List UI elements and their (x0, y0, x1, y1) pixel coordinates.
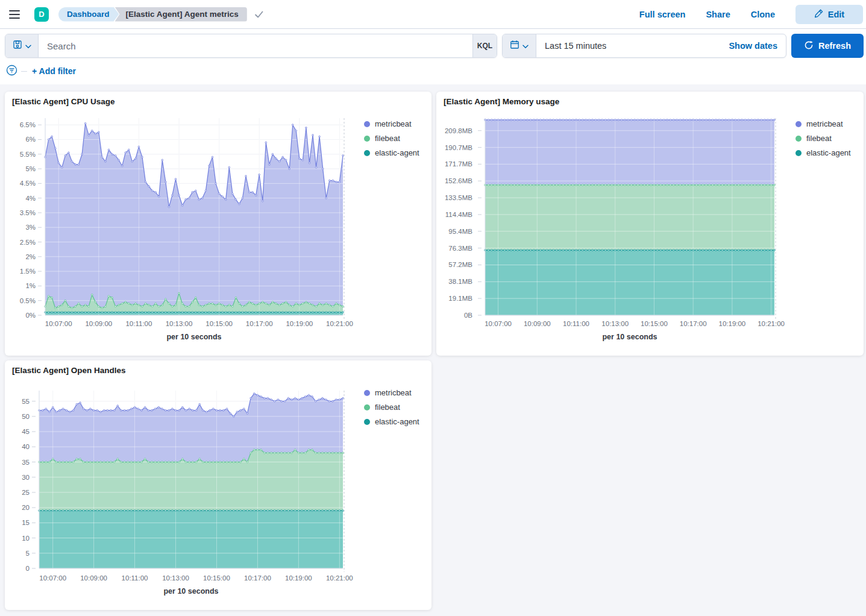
svg-text:6%: 6% (25, 136, 36, 143)
svg-text:10:15:00: 10:15:00 (206, 320, 233, 327)
svg-text:10:11:00: 10:11:00 (563, 320, 589, 327)
panel-memory-usage: [Elastic Agent] Memory usage metricbeatf… (436, 92, 864, 356)
share-link[interactable]: Share (706, 10, 730, 19)
svg-text:19.1MB: 19.1MB (448, 295, 472, 302)
svg-text:4%: 4% (25, 195, 36, 202)
svg-text:95.4MB: 95.4MB (448, 228, 472, 235)
add-filter-button[interactable]: + Add filter (32, 66, 76, 76)
breadcrumb-dashboard[interactable]: Dashboard (58, 7, 119, 22)
svg-text:25: 25 (22, 489, 30, 496)
svg-text:35: 35 (22, 459, 30, 466)
svg-text:0B: 0B (464, 312, 472, 319)
svg-text:10:17:00: 10:17:00 (680, 320, 707, 327)
chevron-down-icon (522, 40, 529, 51)
saved-query-menu-button[interactable] (5, 34, 39, 57)
memory-chart-canvas[interactable]: 0B19.1MB38.1MB57.2MB76.3MB95.4MB114.4MB1… (436, 92, 861, 351)
svg-text:0.5%: 0.5% (20, 297, 36, 304)
cpu-chart-canvas[interactable]: 0%0.5%1%1.5%2%2.5%3%3.5%4%4.5%5%5.5%6%6.… (5, 92, 427, 351)
svg-text:10:19:00: 10:19:00 (719, 320, 746, 327)
svg-text:10:13:00: 10:13:00 (162, 574, 189, 582)
svg-text:1.5%: 1.5% (20, 268, 36, 275)
svg-text:per 10 seconds: per 10 seconds (602, 333, 657, 341)
chevron-down-icon (25, 40, 31, 51)
space-avatar[interactable]: D (34, 7, 49, 22)
show-dates-link[interactable]: Show dates (729, 41, 786, 51)
pencil-icon (814, 9, 823, 20)
svg-text:5%: 5% (25, 165, 36, 172)
divider (21, 71, 27, 72)
svg-text:40: 40 (22, 443, 30, 450)
clone-link[interactable]: Clone (751, 10, 775, 19)
svg-text:133.5MB: 133.5MB (445, 194, 472, 201)
svg-text:10:17:00: 10:17:00 (244, 574, 271, 582)
svg-text:10:19:00: 10:19:00 (285, 574, 312, 582)
svg-text:10:13:00: 10:13:00 (601, 320, 629, 327)
filter-bar: + Add filter (6, 64, 76, 78)
svg-text:0: 0 (26, 565, 30, 572)
svg-text:6.5%: 6.5% (20, 121, 36, 128)
svg-text:1%: 1% (25, 282, 36, 289)
svg-text:5: 5 (26, 550, 30, 557)
svg-text:10:09:00: 10:09:00 (80, 574, 107, 582)
panel-open-handles: [Elastic Agent] Open Handles metricbeatf… (5, 360, 431, 610)
svg-text:10:21:00: 10:21:00 (758, 320, 785, 327)
edit-button[interactable]: Edit (795, 5, 863, 24)
edit-button-label: Edit (828, 10, 844, 19)
filter-icon[interactable] (6, 64, 17, 78)
refresh-button[interactable]: Refresh (791, 34, 864, 58)
save-icon (13, 40, 22, 52)
refresh-button-label: Refresh (818, 41, 851, 51)
svg-text:per 10 seconds: per 10 seconds (163, 587, 218, 596)
svg-text:per 10 seconds: per 10 seconds (166, 333, 221, 341)
handles-chart-canvas[interactable]: 051015202530354045505510:07:0010:09:0010… (5, 360, 427, 606)
svg-text:2%: 2% (25, 253, 36, 260)
kql-button[interactable]: KQL (472, 34, 497, 57)
svg-text:10:19:00: 10:19:00 (286, 320, 313, 327)
query-bar: KQL Last 15 minutes Show dates Refresh (5, 34, 864, 58)
svg-text:171.7MB: 171.7MB (445, 160, 472, 168)
svg-text:10:21:00: 10:21:00 (326, 320, 353, 327)
svg-text:50: 50 (22, 413, 30, 420)
calendar-menu-button[interactable] (503, 34, 536, 57)
svg-text:10:21:00: 10:21:00 (326, 574, 353, 582)
svg-text:4.5%: 4.5% (20, 180, 36, 187)
svg-text:10:07:00: 10:07:00 (45, 320, 72, 327)
svg-text:10:09:00: 10:09:00 (85, 320, 112, 327)
check-icon (254, 10, 264, 19)
refresh-icon (804, 40, 814, 52)
search-group: KQL (5, 34, 497, 58)
panel-cpu-usage: [Elastic Agent] CPU Usage metricbeatfile… (5, 92, 431, 356)
svg-text:10:09:00: 10:09:00 (524, 320, 551, 327)
date-picker: Last 15 minutes Show dates (502, 34, 786, 58)
svg-text:2.5%: 2.5% (20, 239, 36, 246)
svg-text:45: 45 (22, 428, 30, 435)
breadcrumb-current-page[interactable]: [Elastic Agent] Agent metrics (115, 7, 247, 22)
svg-text:76.3MB: 76.3MB (448, 245, 472, 252)
svg-text:10:13:00: 10:13:00 (166, 320, 193, 327)
time-range-value[interactable]: Last 15 minutes (536, 41, 729, 51)
svg-text:114.4MB: 114.4MB (445, 211, 473, 218)
svg-text:3.5%: 3.5% (20, 209, 36, 216)
svg-text:30: 30 (22, 474, 30, 481)
search-input[interactable] (39, 34, 472, 57)
svg-text:10:15:00: 10:15:00 (641, 320, 668, 327)
svg-text:15: 15 (22, 519, 30, 526)
svg-text:10:11:00: 10:11:00 (122, 574, 148, 582)
svg-text:10:17:00: 10:17:00 (246, 320, 273, 327)
breadcrumb: Dashboard [Elastic Agent] Agent metrics (58, 7, 264, 22)
svg-text:5.5%: 5.5% (20, 151, 36, 158)
svg-text:55: 55 (22, 398, 30, 405)
svg-text:0%: 0% (25, 312, 36, 319)
svg-text:152.6MB: 152.6MB (445, 177, 472, 184)
svg-text:10: 10 (22, 535, 30, 542)
svg-text:10:07:00: 10:07:00 (485, 320, 512, 327)
svg-text:190.7MB: 190.7MB (445, 144, 472, 151)
svg-text:57.2MB: 57.2MB (448, 261, 472, 268)
svg-text:10:11:00: 10:11:00 (125, 320, 152, 327)
svg-text:10:15:00: 10:15:00 (203, 574, 230, 582)
calendar-icon (510, 40, 519, 52)
svg-text:10:07:00: 10:07:00 (39, 574, 66, 582)
full-screen-link[interactable]: Full screen (639, 10, 686, 19)
menu-icon[interactable] (2, 0, 27, 29)
top-header: D Dashboard [Elastic Agent] Agent metric… (0, 0, 866, 29)
